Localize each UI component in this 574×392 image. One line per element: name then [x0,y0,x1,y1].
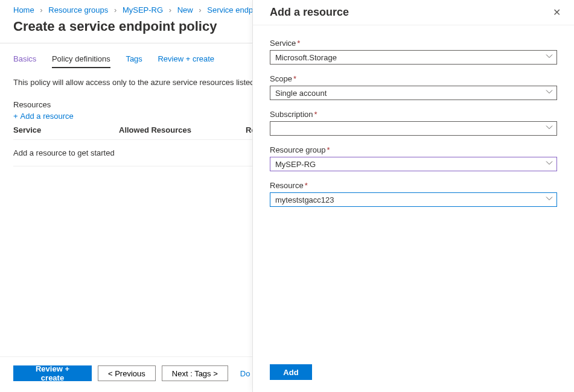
chevron-right-icon: › [40,5,42,14]
chevron-down-icon [546,53,553,62]
field-scope: Scope* Single account [270,74,557,100]
chevron-right-icon: › [114,5,116,14]
chevron-down-icon [546,89,553,98]
breadcrumb-resource-groups[interactable]: Resource groups [48,5,108,14]
label-subscription: Subscription* [270,110,557,119]
label-resource-group: Resource group* [270,145,557,154]
breadcrumb-service-endpoint[interactable]: Service endpoi [207,5,259,14]
add-resource-link-label: Add a resource [21,112,74,121]
tab-policy-definitions[interactable]: Policy definitions [52,54,110,68]
add-resource-panel: Add a resource ✕ Service* Microsoft.Stor… [252,0,574,392]
subscription-select[interactable] [270,121,557,136]
required-asterisk: * [314,110,317,119]
chevron-down-icon [546,160,553,169]
field-resource-group: Resource group* MySEP-RG [270,145,557,171]
label-subscription-text: Subscription [270,110,313,119]
chevron-right-icon: › [199,5,201,14]
panel-body: Service* Microsoft.Storage Scope* Single… [253,25,574,356]
label-scope-text: Scope [270,74,292,83]
field-service: Service* Microsoft.Storage [270,39,557,65]
chevron-down-icon [546,124,553,133]
chevron-right-icon: › [169,5,171,14]
breadcrumb-home[interactable]: Home [13,5,34,14]
resource-group-value: MySEP-RG [275,160,316,169]
plus-icon: + [13,112,18,121]
required-asterisk: * [293,74,296,83]
add-button[interactable]: Add [270,364,312,380]
panel-header: Add a resource ✕ [253,0,574,25]
required-asterisk: * [305,181,308,190]
breadcrumb-new[interactable]: New [177,5,193,14]
previous-button[interactable]: < Previous [98,365,156,381]
col-service: Service [13,125,119,134]
resource-select[interactable]: myteststgacc123 [270,192,557,207]
next-tags-button[interactable]: Next : Tags > [162,365,228,381]
resource-group-select[interactable]: MySEP-RG [270,157,557,171]
field-subscription: Subscription* [270,110,557,136]
service-select[interactable]: Microsoft.Storage [270,50,557,65]
label-service-text: Service [270,39,296,48]
scope-value: Single account [275,89,327,98]
breadcrumb-mysep-rg[interactable]: MySEP-RG [123,5,163,14]
resource-value: myteststgacc123 [275,195,334,204]
tab-review-create[interactable]: Review + create [158,54,214,67]
label-resource: Resource* [270,181,557,190]
label-resource-text: Resource [270,181,304,190]
main-page: Home › Resource groups › MySEP-RG › New … [0,0,574,392]
panel-footer: Add [253,356,574,392]
close-icon[interactable]: ✕ [553,7,561,18]
panel-title: Add a resource [270,6,349,19]
label-scope: Scope* [270,74,557,83]
col-allowed-resources: Allowed Resources [119,125,246,134]
scope-select[interactable]: Single account [270,86,557,100]
required-asterisk: * [327,145,330,154]
label-resource-group-text: Resource group [270,145,326,154]
review-create-button[interactable]: Review + create [13,365,92,381]
field-resource: Resource* myteststgacc123 [270,181,557,207]
label-service: Service* [270,39,557,48]
download-link[interactable]: Do [240,369,250,378]
chevron-down-icon [546,195,553,204]
required-asterisk: * [297,39,300,48]
tab-tags[interactable]: Tags [126,54,142,67]
service-value: Microsoft.Storage [275,53,337,62]
tab-basics[interactable]: Basics [13,54,36,67]
